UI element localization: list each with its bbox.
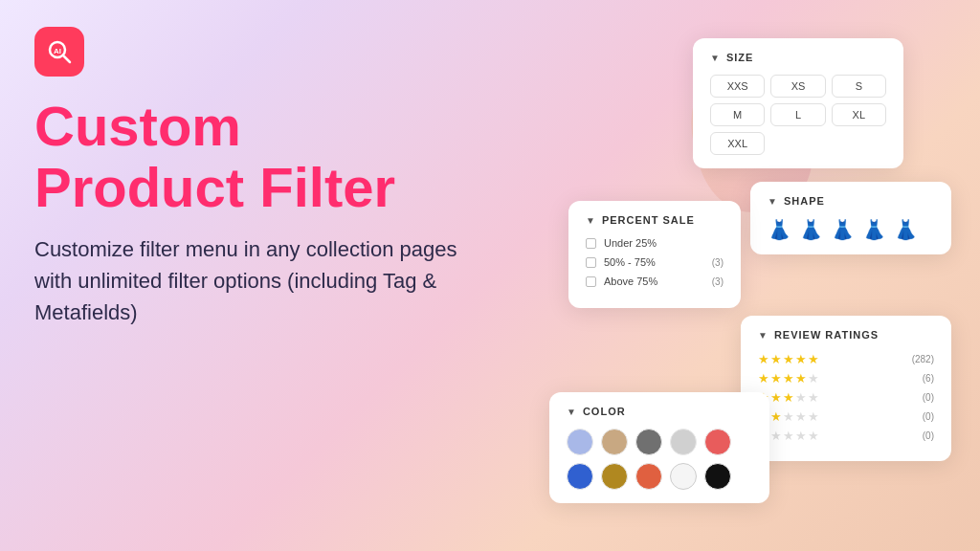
percent-50-75-checkbox[interactable]	[586, 257, 596, 268]
color-card-header: ▼ COLOR	[567, 406, 752, 417]
size-arrow-icon: ▼	[710, 53, 721, 63]
subtitle-text: Customize filter menu in any collection …	[34, 233, 494, 328]
size-xl[interactable]: XL	[832, 103, 886, 126]
dress-icon-4[interactable]: 👗	[862, 218, 886, 241]
4star-stars: ★ ★ ★ ★ ★	[758, 371, 819, 386]
color-arrow-icon: ▼	[567, 407, 577, 417]
shape-arrow-icon: ▼	[768, 196, 778, 207]
color-blue[interactable]	[567, 463, 593, 490]
star5: ★	[808, 352, 819, 366]
size-m[interactable]: M	[710, 103, 765, 126]
rating-4star[interactable]: ★ ★ ★ ★ ★ (6)	[758, 371, 934, 386]
percent-sale-filter-card: ▼ PERCENT SALE Under 25% 50% - 75% (3) A…	[568, 201, 741, 308]
left-content: Custom Product Filter Customize filter m…	[34, 96, 494, 328]
color-white[interactable]	[670, 463, 697, 490]
dress-icon-5[interactable]: 👗	[894, 218, 918, 241]
rating-1star[interactable]: ★ ★ ★ ★ ★ (0)	[758, 429, 934, 443]
color-lavender[interactable]	[567, 429, 593, 455]
color-filter-card: ▼ COLOR	[549, 392, 769, 503]
app-logo: AI	[34, 27, 84, 77]
size-grid: XXS XS S M L XL XXL	[710, 75, 886, 155]
dress-icon-2[interactable]: 👗	[799, 218, 823, 241]
star1: ★	[758, 352, 769, 366]
size-s[interactable]: S	[832, 75, 886, 98]
ui-demo-area: ▼ SIZE XXS XS S M L XL XXL ▼ SHAPE 👗 👗 👗…	[559, 19, 961, 536]
rating-5star[interactable]: ★ ★ ★ ★ ★ (282)	[758, 352, 934, 366]
shape-icons-row: 👗 👗 👗 👗 👗	[768, 218, 934, 241]
color-black[interactable]	[704, 463, 731, 490]
color-gold[interactable]	[601, 463, 628, 490]
dress-icon-1[interactable]: 👗	[768, 218, 791, 241]
shape-filter-card: ▼ SHAPE 👗 👗 👗 👗 👗	[750, 182, 951, 254]
svg-line-1	[63, 55, 70, 62]
size-xxs[interactable]: XXS	[710, 75, 765, 98]
star2: ★	[770, 352, 782, 366]
star4: ★	[795, 352, 807, 366]
shape-card-header: ▼ SHAPE	[768, 195, 934, 207]
size-card-header: ▼ SIZE	[710, 52, 886, 63]
color-circles-row	[567, 429, 752, 490]
svg-text:AI: AI	[54, 47, 61, 55]
rating-3star[interactable]: ★ ★ ★ ★ ★ (0)	[758, 390, 934, 405]
review-card-header: ▼ REVIEW RATINGS	[758, 329, 934, 341]
percent-under25: Under 25%	[586, 237, 724, 249]
percent-above75-checkbox[interactable]	[586, 276, 596, 287]
percent-arrow-icon: ▼	[586, 215, 596, 226]
percent-50-75: 50% - 75% (3)	[586, 256, 724, 268]
size-filter-card: ▼ SIZE XXS XS S M L XL XXL	[693, 38, 903, 168]
percent-card-header: ▼ PERCENT SALE	[586, 214, 724, 226]
color-lightgray[interactable]	[670, 429, 697, 455]
size-xxl[interactable]: XXL	[710, 132, 765, 155]
size-l[interactable]: L	[770, 103, 825, 126]
rating-2star[interactable]: ★ ★ ★ ★ ★ (0)	[758, 409, 934, 424]
5star-stars: ★ ★ ★ ★ ★	[758, 352, 819, 366]
main-title: Custom Product Filter	[34, 96, 494, 218]
size-xs[interactable]: XS	[770, 75, 825, 98]
color-tan[interactable]	[601, 429, 628, 455]
dress-icon-3[interactable]: 👗	[831, 218, 855, 241]
color-orange[interactable]	[635, 463, 662, 490]
review-arrow-icon: ▼	[758, 330, 768, 341]
color-gray[interactable]	[635, 429, 662, 455]
star3: ★	[783, 352, 794, 366]
review-ratings-filter-card: ▼ REVIEW RATINGS ★ ★ ★ ★ ★ (282) ★ ★ ★ ★…	[741, 316, 951, 461]
percent-under25-checkbox[interactable]	[586, 238, 596, 249]
color-coral[interactable]	[704, 429, 731, 455]
percent-above75: Above 75% (3)	[586, 276, 724, 287]
